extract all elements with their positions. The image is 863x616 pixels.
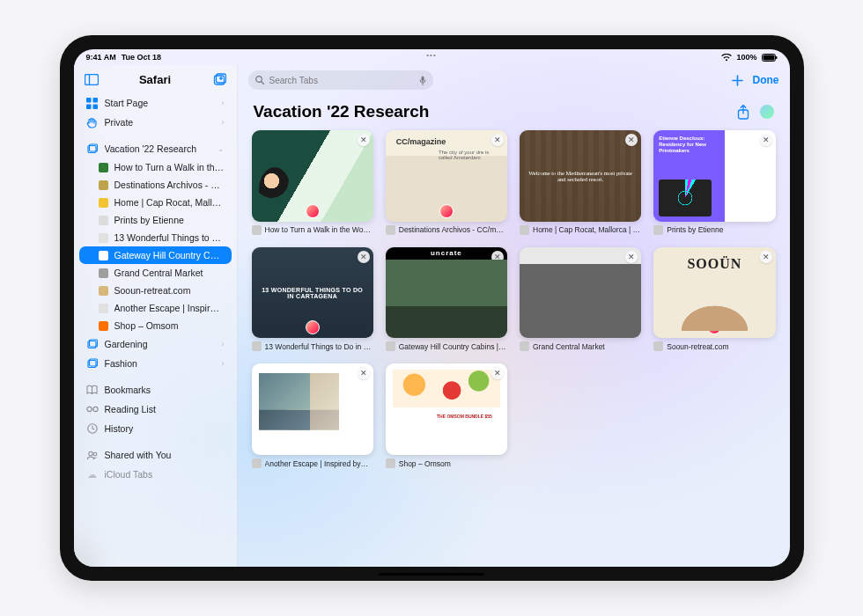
share-icon[interactable] bbox=[737, 105, 749, 120]
close-icon[interactable]: ✕ bbox=[491, 367, 504, 379]
favicon bbox=[520, 225, 529, 235]
tab-card[interactable]: ✕Sooun-retreat.com bbox=[653, 247, 775, 352]
close-icon[interactable]: ✕ bbox=[491, 251, 504, 263]
favicon bbox=[99, 216, 108, 225]
new-tab-group-icon[interactable] bbox=[210, 70, 228, 88]
svg-point-19 bbox=[92, 407, 97, 411]
tab-caption-label: Another Escape | Inspired by… bbox=[265, 459, 369, 468]
clock-icon bbox=[86, 422, 99, 435]
tab-card[interactable]: ✕Another Escape | Inspired by… bbox=[252, 363, 373, 468]
sidebar-tab-gcm[interactable]: Grand Central Market bbox=[79, 264, 232, 282]
sidebar-item-history[interactable]: History bbox=[79, 419, 232, 438]
done-button[interactable]: Done bbox=[753, 74, 779, 86]
favicon bbox=[99, 163, 108, 172]
favicon bbox=[386, 225, 395, 235]
tab-thumbnail[interactable]: ✕ bbox=[252, 130, 373, 222]
tab-thumbnail[interactable]: ✕ bbox=[653, 130, 775, 222]
sidebar-item-label: Sooun-retreat.com bbox=[114, 285, 225, 296]
tab-card[interactable]: ✕Prints by Etienne bbox=[653, 130, 775, 235]
sidebar-item-icloud-tabs[interactable]: ☁︎ iCloud Tabs bbox=[79, 465, 232, 484]
sidebar-item-private[interactable]: Private › bbox=[79, 113, 232, 132]
svg-rect-1 bbox=[763, 55, 774, 60]
sidebar-item-start-page[interactable]: Start Page › bbox=[79, 93, 232, 113]
tab-card[interactable]: ✕Home | Cap Rocat, Mallorca | … bbox=[520, 130, 641, 235]
close-icon[interactable]: ✕ bbox=[358, 251, 370, 263]
sidebar-tab-walk[interactable]: How to Turn a Walk in the … bbox=[79, 158, 232, 176]
sidebar-tab-group-vacation[interactable]: Vacation '22 Research ⌄ bbox=[79, 139, 232, 158]
sidebar-tab-gateway[interactable]: Gateway Hill Country Cabi… bbox=[79, 246, 232, 264]
close-icon[interactable]: ✕ bbox=[358, 134, 370, 146]
tab-grid: ✕How to Turn a Walk in the Wo…✕Destinati… bbox=[252, 130, 776, 468]
sidebar-tab-another[interactable]: Another Escape | Inspired… bbox=[79, 299, 232, 317]
tab-caption-label: 13 Wonderful Things to Do in … bbox=[265, 342, 372, 351]
sidebar-item-reading-list[interactable]: Reading List bbox=[79, 400, 232, 419]
tab-caption: Sooun-retreat.com bbox=[653, 341, 775, 351]
tab-thumbnail[interactable]: ✕ bbox=[653, 247, 775, 339]
tab-group-title: Vacation '22 Research bbox=[254, 102, 430, 121]
wifi-icon bbox=[721, 54, 732, 62]
new-tab-button[interactable] bbox=[731, 74, 744, 87]
tab-thumbnail[interactable]: ✕ bbox=[520, 130, 641, 222]
tab-caption-label: Sooun-retreat.com bbox=[667, 342, 728, 351]
sidebar-item-bookmarks[interactable]: Bookmarks bbox=[79, 380, 232, 400]
tab-caption: 13 Wonderful Things to Do in … bbox=[252, 341, 373, 351]
tab-group-icon bbox=[86, 338, 99, 350]
tab-thumbnail[interactable]: ✕ bbox=[252, 247, 373, 339]
tab-thumbnail[interactable]: ✕ bbox=[386, 247, 507, 339]
favicon bbox=[252, 458, 262, 468]
svg-rect-10 bbox=[93, 104, 99, 109]
multitask-dots-icon[interactable]: ••• bbox=[426, 51, 436, 59]
people-icon bbox=[86, 449, 99, 461]
tab-card[interactable]: ✕Shop – Omsom bbox=[386, 363, 507, 468]
svg-rect-7 bbox=[86, 98, 92, 103]
tab-caption: How to Turn a Walk in the Wo… bbox=[252, 225, 373, 235]
sidebar-tab-sooun[interactable]: Sooun-retreat.com bbox=[79, 282, 232, 299]
chevron-right-icon: › bbox=[222, 340, 225, 348]
sidebar-tab-prints[interactable]: Prints by Etienne bbox=[79, 211, 232, 229]
sidebar-item-label: History bbox=[105, 423, 225, 434]
favicon bbox=[653, 225, 663, 235]
svg-point-22 bbox=[93, 452, 97, 456]
sidebar-toggle-icon[interactable] bbox=[83, 70, 100, 88]
tab-card[interactable]: ✕How to Turn a Walk in the Wo… bbox=[252, 130, 373, 235]
sidebar-tab-cap[interactable]: Home | Cap Rocat, Mallorc… bbox=[79, 194, 232, 211]
sidebar-tab-cc[interactable]: Destinations Archivos - CC… bbox=[79, 176, 232, 194]
tab-card[interactable]: ✕13 Wonderful Things to Do in … bbox=[252, 247, 373, 352]
chevron-down-icon: ⌄ bbox=[218, 144, 225, 153]
close-icon[interactable]: ✕ bbox=[358, 367, 370, 379]
sidebar-tab-omsom[interactable]: Shop – Omsom bbox=[79, 317, 232, 334]
screen: 9:41 AM Tue Oct 18 100% ••• bbox=[74, 49, 790, 567]
sidebar-item-shared-with-you[interactable]: Shared with You bbox=[79, 445, 232, 465]
main-area: Search Tabs Done Vacation '22 Researc bbox=[238, 65, 790, 567]
close-icon[interactable]: ✕ bbox=[491, 134, 504, 146]
svg-rect-9 bbox=[86, 104, 92, 109]
favicon bbox=[386, 458, 395, 468]
mic-icon[interactable] bbox=[419, 76, 426, 85]
sidebar-item-label: Reading List bbox=[105, 404, 225, 414]
svg-rect-3 bbox=[85, 74, 98, 84]
sidebar-tab-group-gardening[interactable]: Gardening › bbox=[79, 334, 232, 354]
close-icon[interactable]: ✕ bbox=[625, 251, 638, 263]
sidebar-tab-group-fashion[interactable]: Fashion › bbox=[79, 354, 232, 373]
tab-group-icon bbox=[86, 143, 99, 155]
close-icon[interactable]: ✕ bbox=[760, 134, 772, 146]
tab-caption: Destinations Archivos - CC/m… bbox=[386, 225, 507, 235]
svg-point-18 bbox=[86, 407, 91, 411]
tab-caption: Gateway Hill Country Cabins |… bbox=[386, 341, 507, 351]
sidebar-item-label: 13 Wonderful Things to Do… bbox=[114, 232, 225, 243]
tab-card[interactable]: ✕Destinations Archivos - CC/m… bbox=[386, 130, 507, 235]
collaborator-avatar[interactable] bbox=[760, 105, 774, 119]
tab-thumbnail[interactable]: ✕ bbox=[520, 247, 641, 339]
tab-card[interactable]: ✕Gateway Hill Country Cabins |… bbox=[386, 247, 507, 352]
sidebar-tab-13[interactable]: 13 Wonderful Things to Do… bbox=[79, 229, 232, 246]
tab-thumbnail[interactable]: ✕ bbox=[386, 130, 507, 222]
search-input[interactable]: Search Tabs bbox=[248, 70, 433, 90]
sidebar-item-label: Bookmarks bbox=[105, 385, 225, 395]
close-icon[interactable]: ✕ bbox=[760, 251, 772, 263]
close-icon[interactable]: ✕ bbox=[625, 134, 638, 146]
sidebar-item-label: iCloud Tabs bbox=[105, 469, 225, 480]
tab-card[interactable]: ✕Grand Central Market bbox=[520, 247, 641, 352]
favicon bbox=[386, 341, 395, 351]
tab-thumbnail[interactable]: ✕ bbox=[252, 363, 373, 455]
tab-thumbnail[interactable]: ✕ bbox=[386, 363, 507, 455]
